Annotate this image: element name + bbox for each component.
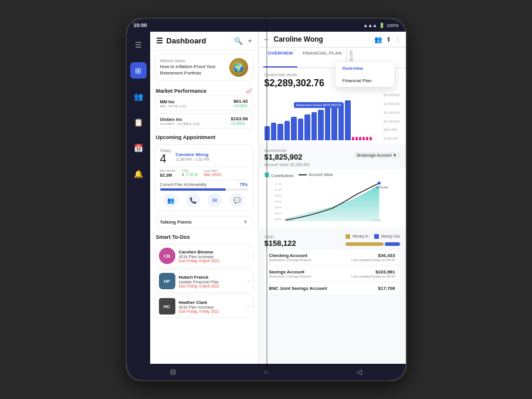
- bar-pink-6: [370, 137, 372, 140]
- brokerage-select[interactable]: Brokerage Account ▼: [354, 152, 399, 158]
- tp-chevron-icon: ▼: [243, 219, 248, 225]
- cash-value: $158,122: [265, 239, 296, 248]
- menu-icon: ☰: [156, 36, 163, 45]
- main-screen: ☰ ⊞ 👥 📋 📅 🔔 ☰ Dashboard 🔍 +: [127, 32, 406, 364]
- cash-account-0[interactable]: Checking Account Downtown Chicago Branch…: [265, 250, 400, 265]
- bar-13: [345, 100, 350, 140]
- money-in-legend: Money In: [345, 234, 368, 239]
- market-price-0: $61.42: [233, 99, 248, 104]
- inv-acct-label: Account Value: $1,060,902: [265, 163, 400, 167]
- todo-task-1: Update Financial Plan: [179, 280, 244, 284]
- sidebar-icon-bell[interactable]: 🔔: [130, 165, 147, 182]
- bar-pink-3: [359, 137, 361, 140]
- client-share-icon[interactable]: ⬆: [386, 36, 391, 43]
- line-chart-svg: $1.1M $1.0M $900K $800K $700K $600K $500…: [265, 180, 400, 221]
- client-name: Caroline Wong: [274, 35, 371, 43]
- money-in-dot: [345, 234, 350, 239]
- apt-time: 12:80 PM - 1:33 PM: [175, 157, 209, 161]
- left-panel: ☰ Dashboard 🔍 + Watson News How to Infla…: [150, 32, 259, 364]
- svg-text:Oct 2021: Oct 2021: [372, 219, 382, 221]
- news-image: 🌍: [229, 58, 248, 77]
- market-change-0: +2.08%: [233, 104, 248, 108]
- todo-task-0: 401k Plan Increase: [179, 255, 244, 259]
- progress-bar-fill: [160, 188, 226, 191]
- dashboard-title: ☰ Dashboard: [156, 36, 206, 45]
- apt-date: 4: [160, 153, 171, 164]
- apt-client-name: Caroline Wong: [175, 152, 209, 157]
- todo-task-2: 401k Plan Increase: [179, 305, 244, 309]
- todo-arrow-1: ›: [248, 278, 249, 284]
- search-icon[interactable]: 🔍: [234, 37, 243, 45]
- market-item-0[interactable]: MM Inc MM · NYSE (US) $61.42 +2.08%: [155, 96, 253, 111]
- cash-header: Cash $158,122 Money In: [265, 234, 400, 248]
- todo-name-1: Hubert Franck: [179, 275, 244, 280]
- money-out-dot: [374, 234, 379, 239]
- svg-text:$600K: $600K: [275, 212, 282, 215]
- client-more-icon[interactable]: ⋮: [395, 36, 401, 43]
- todo-avatar-1: HF: [159, 273, 175, 289]
- apt-stats: Net Worth $2.2M YTD ⬆ 7.31% Last Met Mar…: [160, 167, 248, 180]
- appointment-card[interactable]: Today 4 Caroline Wong 12:80 PM - 1:33 PM…: [155, 144, 253, 211]
- news-title: How to Inflation-Proof Your Retirement P…: [160, 64, 226, 76]
- market-title: Market Performance: [156, 88, 207, 94]
- bar-12: [338, 103, 344, 140]
- action-chat-icon[interactable]: 💬: [230, 193, 244, 207]
- cash-bar-in: [345, 242, 383, 246]
- client-contacts-icon[interactable]: 👥: [374, 36, 382, 43]
- todo-item-1[interactable]: HF Hubert Franck Update Financial Plan D…: [155, 269, 253, 293]
- action-group-icon[interactable]: 👥: [164, 193, 178, 207]
- tp-label: Talking Points: [160, 219, 192, 225]
- todo-name-2: Heather Clark: [179, 300, 244, 305]
- chart-tooltip: Retirement Assets $675,662CB: [294, 102, 344, 108]
- news-source: Watson News: [160, 59, 226, 63]
- account-value-legend: Account Value: [299, 173, 333, 178]
- cash-legend: Money In Money Out: [345, 234, 399, 248]
- news-card[interactable]: Watson News How to Inflation-Proof Your …: [155, 54, 253, 81]
- svg-text:$900K: $900K: [275, 194, 282, 197]
- market-name-1: Globex Inc: [160, 117, 200, 122]
- sidebar-icon-users[interactable]: 👥: [130, 88, 147, 104]
- bar-chart: $2,593,880 $2,093,880 $1,593,880 $1,093,…: [265, 93, 400, 140]
- dropdown-overview[interactable]: Overview: [336, 62, 394, 75]
- cash-label: Cash: [265, 235, 296, 239]
- wifi-icon: ▲▲▲: [363, 23, 377, 28]
- market-price-1: $163.58: [231, 116, 248, 121]
- inv-label: Investments: [265, 148, 303, 153]
- client-header: ← Caroline Wong 👥 ⬆ ⋮: [259, 32, 406, 48]
- inv-header: Investments $1,825,902 Brokerage Account…: [265, 148, 400, 161]
- action-email-icon[interactable]: ✉: [208, 193, 222, 207]
- cash-bar-out: [385, 242, 400, 246]
- line-chart-container: Contributions Account Value $1.1M $1.0M …: [259, 169, 406, 227]
- bottom-nav: ⊟ ○ ◁: [127, 364, 406, 380]
- cash-account-1[interactable]: Savings Account Downtown Chicago Branch …: [265, 266, 400, 281]
- acct-location-0: Downtown Chicago Branch: [269, 258, 311, 262]
- add-icon[interactable]: +: [248, 37, 252, 45]
- sidebar-icon-dashboard[interactable]: ⊞: [130, 62, 147, 79]
- status-time: 10:00: [134, 22, 147, 28]
- market-name-0: MM Inc: [160, 99, 187, 104]
- todo-due-2: Due Friday, 4 May 2022: [179, 309, 244, 313]
- nav-home-icon[interactable]: ○: [264, 368, 268, 376]
- sidebar-icon-menu[interactable]: ☰: [130, 36, 147, 53]
- progress-label: Current Plan Achievability: [160, 182, 207, 187]
- net-worth-chart: $2,593,880 $2,093,880 $1,593,880 $1,093,…: [259, 93, 406, 144]
- todo-content-1: Hubert Franck Update Financial Plan Due …: [179, 275, 244, 288]
- sidebar-icon-tasks[interactable]: 📋: [130, 114, 147, 130]
- talking-points[interactable]: Talking Points ▼: [155, 216, 253, 228]
- cash-bar-row: [345, 242, 399, 246]
- todo-item-2[interactable]: HC Heather Clark 401k Plan Increase Due …: [155, 295, 253, 318]
- dropdown-financial-plan[interactable]: Financial Plan: [336, 75, 394, 87]
- market-sub-1: GLOBEX · GLOBEX (US): [160, 122, 200, 126]
- market-item-1[interactable]: Globex Inc GLOBEX · GLOBEX (US) $163.58 …: [155, 113, 253, 129]
- nav-back-icon[interactable]: ◁: [357, 368, 362, 376]
- battery-icon: 🔋: [379, 23, 385, 28]
- tab-overview[interactable]: OVERVIEW: [263, 48, 298, 67]
- bar-2: [271, 123, 276, 140]
- back-button[interactable]: ←: [263, 35, 270, 43]
- nav-recent-icon[interactable]: ⊟: [170, 368, 176, 376]
- acct-location-1: Downtown Chicago Branch: [269, 275, 311, 278]
- cash-account-2[interactable]: BNC Joint Savings Account $17,708: [265, 283, 400, 294]
- todo-item-0[interactable]: CB Carolien Bloeme 401k Plan Increase Du…: [155, 244, 253, 268]
- sidebar-icon-calendar[interactable]: 📅: [130, 140, 147, 156]
- action-phone-icon[interactable]: 📞: [186, 193, 200, 207]
